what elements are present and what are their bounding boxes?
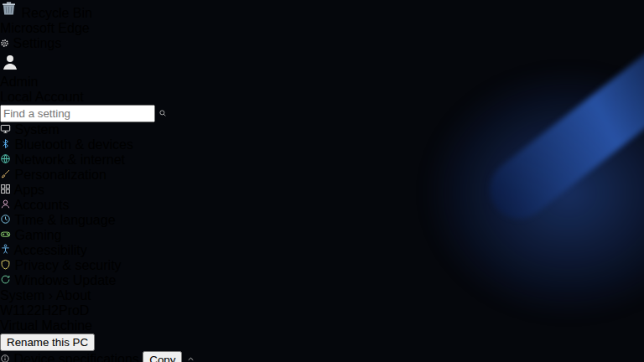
desktop-icon-label: Microsoft Edge	[0, 21, 90, 35]
breadcrumb-system[interactable]: System	[0, 288, 44, 303]
sidebar-item-label: Windows Update	[14, 273, 116, 287]
sidebar-item-label: Network & internet	[14, 153, 125, 167]
rename-pc-button[interactable]: Rename this PC	[0, 334, 95, 351]
chevron-up-icon[interactable]	[186, 352, 195, 362]
sidebar-item-label: Gaming	[14, 228, 61, 242]
gamepad-icon	[0, 228, 14, 242]
globe-icon	[0, 153, 14, 167]
page-title: About	[56, 288, 91, 303]
sidebar-item-label: Time & language	[14, 213, 115, 227]
specs-card-title: Device specifications	[13, 352, 138, 362]
sidebar-item-label: Personalization	[14, 168, 106, 182]
shield-icon	[0, 258, 14, 272]
search-input[interactable]	[0, 105, 155, 122]
accessibility-person-icon	[0, 243, 14, 257]
window-title: Settings	[13, 36, 61, 50]
sidebar-item-label: Privacy & security	[14, 258, 121, 272]
breadcrumb-chevron-icon: ›	[49, 288, 53, 303]
sidebar-item-label: Apps	[14, 183, 44, 197]
bluetooth-icon	[0, 137, 14, 152]
sidebar-item-label: Accessibility	[14, 243, 87, 257]
sidebar-item-label: Bluetooth & devices	[14, 137, 132, 152]
search-icon	[158, 106, 167, 120]
avatar	[0, 59, 20, 74]
desktop-icon-label: Recycle Bin	[21, 6, 91, 20]
desktop: Recycle Bin Microsoft Edge Settings	[0, 0, 644, 362]
apps-grid-icon	[0, 183, 14, 197]
clock-icon	[0, 213, 14, 227]
info-icon	[0, 352, 13, 362]
desktop-icon-recycle-bin[interactable]: Recycle Bin	[0, 0, 644, 21]
system-icon	[0, 122, 14, 137]
person-icon	[0, 198, 14, 212]
sidebar-item-label: System	[14, 122, 59, 137]
settings-gear-icon	[0, 36, 13, 50]
paintbrush-icon	[0, 168, 14, 182]
sidebar-item-label: Accounts	[14, 198, 70, 212]
recycle-bin-icon	[0, 6, 21, 20]
update-arrows-icon	[0, 273, 14, 287]
copy-button[interactable]: Copy	[143, 351, 182, 362]
